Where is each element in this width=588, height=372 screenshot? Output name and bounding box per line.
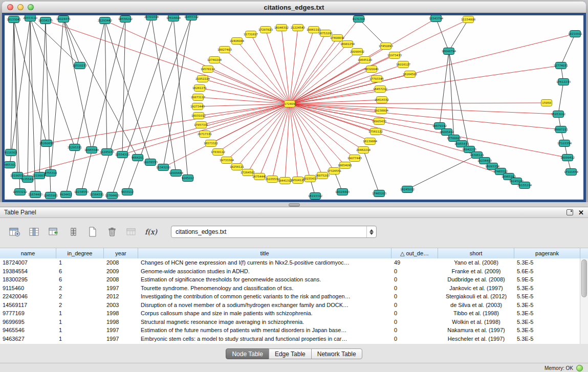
graph-edge[interactable] <box>561 34 575 65</box>
table-cell[interactable]: 1 <box>56 310 104 316</box>
graph-node[interactable]: 16573322 <box>204 140 218 147</box>
graph-node[interactable]: 18245012 <box>400 186 415 193</box>
graph-node[interactable]: 11564331 <box>90 191 104 198</box>
graph-edge[interactable] <box>558 82 563 114</box>
table-cell[interactable]: 9463627 <box>0 336 56 342</box>
graph-node[interactable]: 17465203 <box>372 190 386 197</box>
table-cell[interactable]: 1998 <box>104 310 138 316</box>
table-cell[interactable]: 2008 <box>104 259 138 266</box>
table-cell[interactable]: 1 <box>56 336 104 342</box>
table-scrollbar[interactable] <box>580 258 588 344</box>
table-cell[interactable]: 5.3E-5 <box>514 302 580 308</box>
graph-node[interactable]: 19733304 <box>220 157 234 164</box>
graph-edge[interactable] <box>39 20 46 176</box>
graph-edge[interactable] <box>199 104 290 116</box>
graph-node[interactable]: 10076553 <box>143 159 158 166</box>
graph-edge[interactable] <box>163 17 191 167</box>
column-header-year[interactable]: year <box>104 248 138 258</box>
row-selector-button[interactable] <box>66 225 81 239</box>
graph-node[interactable]: 17101654 <box>564 169 578 176</box>
network-canvas[interactable]: 1724091604631217287823117318172240608418… <box>5 15 583 200</box>
table-cell[interactable]: Jankovic et al. (1997) <box>438 285 514 291</box>
table-cell[interactable]: 2003 <box>104 302 138 308</box>
table-cell[interactable]: 0 <box>391 268 438 274</box>
table-cell[interactable]: Nakamura et al. (1997) <box>438 327 514 333</box>
table-cell[interactable]: 9777169 <box>0 310 56 316</box>
graph-edge[interactable] <box>272 104 290 179</box>
graph-edge[interactable] <box>290 52 357 104</box>
minimize-window-button[interactable] <box>17 4 24 10</box>
table-cell[interactable]: Genome-wide association studies in ADHD. <box>138 268 391 274</box>
table-cell[interactable]: 5.3E-5 <box>514 336 580 342</box>
table-cell[interactable]: 2 <box>56 302 104 308</box>
table-cell[interactable]: 0 <box>391 285 438 291</box>
table-cell[interactable]: 9115460 <box>0 285 56 291</box>
graph-node[interactable]: 9465301 <box>5 162 16 168</box>
import-table-button[interactable] <box>124 225 139 239</box>
table-cell[interactable]: 19384554 <box>0 268 56 274</box>
graph-edge[interactable] <box>290 104 322 176</box>
window-titlebar[interactable]: citations_edges.txt <box>2 2 586 13</box>
table-cell[interactable]: 18300295 <box>0 276 56 282</box>
graph-edge[interactable] <box>63 19 92 150</box>
graph-node[interactable]: 16754441 <box>252 173 267 180</box>
table-cell[interactable]: 5.5E-5 <box>514 293 580 299</box>
graph-node[interactable]: 17857331 <box>194 122 208 128</box>
graph-edge[interactable] <box>363 150 379 193</box>
graph-node[interactable]: 19077443 <box>347 155 362 162</box>
graph-node[interactable]: 9934412 <box>60 191 73 198</box>
table-cell[interactable]: 1998 <box>104 319 138 325</box>
table-row[interactable]: 977716911998Corpus callosum shape and si… <box>0 309 580 318</box>
graph-node[interactable]: 9433112 <box>121 189 134 195</box>
table-cell[interactable]: 9699695 <box>0 319 56 325</box>
close-panel-icon[interactable]: ✕ <box>578 209 584 216</box>
graph-node[interactable]: 18654091 <box>338 162 352 169</box>
graph-node[interactable]: 21852224 <box>195 76 210 82</box>
table-row[interactable]: 911546021997Tourette syndrome. Phenomeno… <box>0 284 580 293</box>
graph-node[interactable]: 15953012 <box>551 111 565 118</box>
table-row[interactable]: 946554611997Estimation of the future num… <box>0 326 580 335</box>
new-file-button[interactable] <box>85 225 100 239</box>
graph-edge[interactable] <box>30 18 80 65</box>
table-cell[interactable]: 49 <box>391 259 438 266</box>
graph-node[interactable]: 20510233 <box>73 62 87 69</box>
table-cell[interactable]: Stergiakouli et al. (2012) <box>438 293 514 299</box>
table-cell[interactable]: de Silva et al. (2003) <box>438 302 514 308</box>
table-cell[interactable]: 5.3E-5 <box>514 259 580 266</box>
graph-edge[interactable] <box>290 103 547 104</box>
graph-node[interactable]: 20873117 <box>191 94 205 101</box>
graph-node[interactable]: 18905433 <box>372 118 386 125</box>
table-cell[interactable]: Estimation of significance thresholds fo… <box>138 276 391 282</box>
table-cell[interactable]: 1 <box>56 319 104 325</box>
graph-edge[interactable] <box>81 19 125 192</box>
graph-edge[interactable] <box>218 104 290 152</box>
graph-node[interactable]: 20717331 <box>198 131 212 138</box>
graph-node[interactable]: 19645120 <box>358 57 372 63</box>
table-cell[interactable]: Investigating the contribution of common… <box>138 293 391 299</box>
graph-node[interactable]: 18441312 <box>278 178 292 184</box>
graph-edge[interactable] <box>30 18 35 194</box>
graph-node[interactable]: 21035532 <box>265 176 279 183</box>
graph-node[interactable]: 19024471 <box>56 16 71 23</box>
graph-node[interactable]: 17793345 <box>369 76 384 82</box>
panel-resize-handle[interactable] <box>289 203 300 207</box>
tab-node-table[interactable]: Node Table <box>226 348 269 359</box>
graph-node[interactable]: 16016127 <box>396 61 410 68</box>
column-header-pagerank[interactable]: pagerank <box>514 248 580 258</box>
graph-edge[interactable] <box>290 104 558 114</box>
table-cell[interactable]: 0 <box>391 310 438 316</box>
graph-node[interactable]: 11343210 <box>156 164 170 171</box>
graph-node[interactable]: 16095412 <box>440 129 454 136</box>
table-cell[interactable]: 1997 <box>104 336 138 342</box>
graph-node[interactable]: 11674403 <box>28 191 42 198</box>
show-columns-button[interactable] <box>27 225 42 239</box>
graph-edge[interactable] <box>281 28 290 104</box>
table-cell[interactable]: 9465546 <box>0 327 56 333</box>
graph-edge[interactable] <box>30 18 75 147</box>
graph-edge[interactable] <box>46 20 51 195</box>
delete-button[interactable] <box>104 225 120 239</box>
table-cell[interactable]: 6 <box>56 268 104 274</box>
graph-node[interactable]: 16193312 <box>308 193 322 200</box>
zoom-window-button[interactable] <box>28 4 34 10</box>
graph-edge[interactable] <box>290 28 298 104</box>
